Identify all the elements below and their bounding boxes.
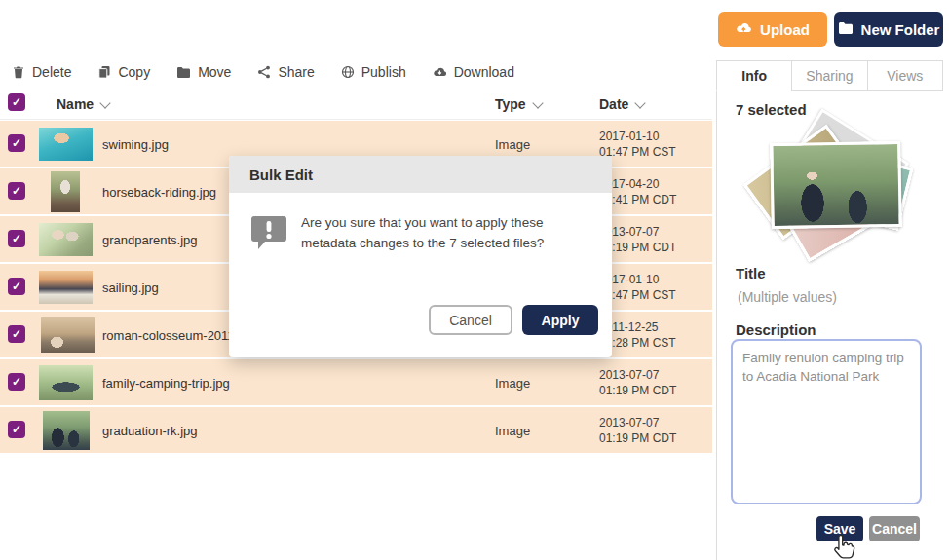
column-header-type: Type <box>495 96 542 112</box>
chevron-down-icon[interactable] <box>635 97 646 108</box>
toolbar-label: Delete <box>32 64 71 80</box>
chevron-down-icon[interactable] <box>99 97 110 108</box>
new-folder-button-label: New Folder <box>861 21 940 38</box>
file-date: 2017-01-1001:47 PM CST <box>599 129 676 160</box>
toolbar-label: Move <box>198 64 231 80</box>
cloud-upload-icon <box>736 21 752 38</box>
modal-title: Bulk Edit <box>249 167 313 183</box>
file-thumbnail <box>39 271 93 304</box>
row-checkbox[interactable] <box>8 134 25 152</box>
row-checkbox[interactable] <box>8 325 25 343</box>
sidebar-cancel-button[interactable]: Cancel <box>869 516 920 541</box>
title-field-label: Title <box>736 265 766 281</box>
sidebar-divider <box>716 60 717 560</box>
tab-views[interactable]: Views <box>867 60 943 91</box>
row-checkbox[interactable] <box>8 230 25 247</box>
new-folder-button[interactable]: New Folder <box>834 12 943 47</box>
upload-button-label: Upload <box>760 21 810 38</box>
selected-count: 7 selected <box>736 101 807 118</box>
folder-icon <box>838 21 854 38</box>
folder-icon <box>176 66 191 79</box>
file-type: Image <box>495 423 530 437</box>
file-name: grandparents.jpg <box>102 232 198 246</box>
column-header-date: Date <box>599 96 644 112</box>
trash-icon <box>12 65 25 79</box>
toolbar-label: Copy <box>118 64 150 80</box>
table-row[interactable]: family-camping-trip.jpg Image 2013-07-07… <box>0 359 712 405</box>
description-field-label: Description <box>736 321 816 338</box>
toolbar-label: Share <box>278 64 314 80</box>
bulk-edit-modal: Bulk Edit Are you sure that you want to … <box>229 156 612 357</box>
file-name: graduation-rk.jpg <box>102 423 198 437</box>
column-header-name: Name <box>57 96 109 112</box>
share-button[interactable]: Share <box>257 64 314 80</box>
save-button[interactable]: Save <box>816 516 863 541</box>
table-header: Name Type Date <box>0 93 712 120</box>
file-thumbnail <box>51 171 80 212</box>
move-button[interactable]: Move <box>176 64 231 80</box>
tab-sharing[interactable]: Sharing <box>791 60 867 91</box>
description-input[interactable]: Family renuion camping trip to Acadia Na… <box>731 339 922 504</box>
delete-button[interactable]: Delete <box>12 64 71 80</box>
file-thumbnail <box>39 128 93 161</box>
table-row[interactable]: graduation-rk.jpg Image 2013-07-0701:19 … <box>0 407 712 453</box>
modal-cancel-button[interactable]: Cancel <box>429 305 512 335</box>
sidebar-tabs: Info Sharing Views <box>716 60 943 91</box>
globe-icon <box>341 65 355 79</box>
warning-bubble-icon <box>249 214 288 255</box>
bulk-action-toolbar: Delete Copy Move Share Publish Download <box>12 64 514 80</box>
toolbar-label: Publish <box>361 64 406 80</box>
file-name: horseback-riding.jpg <box>102 184 216 199</box>
file-date: 2013-07-0701:19 PM CDT <box>599 415 676 446</box>
stacked-photo-top <box>770 141 902 229</box>
file-thumbnail <box>39 223 93 256</box>
chevron-down-icon[interactable] <box>532 97 543 108</box>
file-thumbnail <box>41 317 95 353</box>
copy-button[interactable]: Copy <box>97 64 150 80</box>
tab-info[interactable]: Info <box>716 60 792 91</box>
file-thumbnail <box>43 411 90 450</box>
copy-icon <box>97 65 111 79</box>
row-checkbox[interactable] <box>8 421 25 438</box>
modal-message: Are you sure that you want to apply thes… <box>301 212 586 253</box>
row-checkbox[interactable] <box>8 182 25 200</box>
modal-header: Bulk Edit <box>229 156 612 193</box>
row-checkbox[interactable] <box>8 278 25 295</box>
file-date: 2013-07-0701:19 PM CDT <box>599 367 676 398</box>
file-name: sailing.jpg <box>102 280 159 294</box>
toolbar-label: Download <box>454 64 514 80</box>
file-manager-app: Delete Copy Move Share Publish Download … <box>0 0 949 560</box>
file-name: family-camping-trip.jpg <box>102 375 230 390</box>
file-type: Image <box>495 136 530 151</box>
file-thumbnail <box>39 365 93 400</box>
modal-apply-button[interactable]: Apply <box>522 305 598 335</box>
share-icon <box>257 65 271 79</box>
row-checkbox[interactable] <box>8 373 25 391</box>
upload-button[interactable]: Upload <box>718 12 827 47</box>
download-button[interactable]: Download <box>433 64 514 80</box>
title-field-value: (Multiple values) <box>738 289 837 305</box>
selected-photos-stack <box>745 117 926 258</box>
file-name: swiming.jpg <box>102 136 169 151</box>
file-type: Image <box>495 375 530 390</box>
cloud-download-icon <box>433 66 447 79</box>
select-all-checkbox[interactable] <box>8 93 25 111</box>
publish-button[interactable]: Publish <box>341 64 406 80</box>
